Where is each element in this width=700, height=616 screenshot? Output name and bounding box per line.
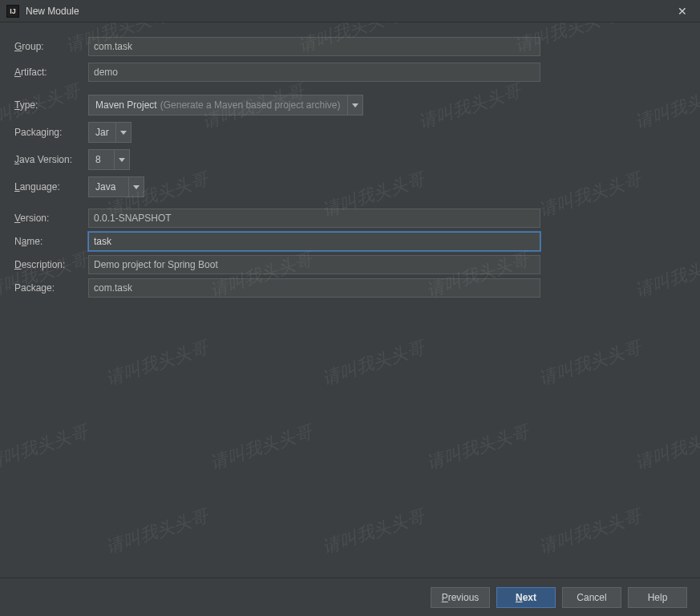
label-java-version: Java Version:	[14, 154, 85, 165]
label-version: Version:	[14, 213, 85, 224]
label-group: Group:	[14, 41, 85, 52]
dialog-footer: Previous Next Cancel Help	[0, 578, 700, 616]
cancel-button[interactable]: Cancel	[562, 587, 621, 608]
window-title: New Module	[26, 6, 670, 17]
label-packaging: Packaging:	[14, 127, 85, 138]
label-name: Name:	[14, 236, 85, 247]
chevron-down-icon[interactable]	[347, 95, 363, 116]
previous-button[interactable]: Previous	[431, 587, 490, 608]
chevron-down-icon[interactable]	[128, 176, 144, 197]
description-input[interactable]	[88, 255, 540, 274]
titlebar: IJ New Module ✕	[0, 0, 700, 22]
type-dropdown[interactable]: Maven Project (Generate a Maven based pr…	[88, 95, 363, 116]
version-input[interactable]	[88, 209, 540, 228]
java-version-dropdown-value: 8	[88, 149, 114, 170]
help-button[interactable]: Help	[628, 587, 687, 608]
language-dropdown[interactable]: Java	[88, 176, 144, 197]
label-package: Package:	[14, 282, 85, 294]
chevron-down-icon[interactable]	[114, 149, 130, 170]
chevron-down-icon[interactable]	[115, 122, 132, 143]
next-button[interactable]: Next	[496, 587, 556, 608]
package-input[interactable]	[88, 278, 540, 298]
dialog-content: Group: Artifact: Type: Maven Project (Ge…	[0, 22, 700, 578]
label-artifact: Artifact:	[14, 67, 85, 78]
packaging-dropdown[interactable]: Jar	[88, 122, 132, 143]
close-icon[interactable]: ✕	[670, 3, 695, 19]
language-dropdown-value: Java	[88, 176, 128, 197]
java-version-dropdown[interactable]: 8	[88, 149, 130, 170]
artifact-input[interactable]	[88, 63, 540, 82]
label-language: Language:	[14, 181, 85, 192]
app-icon: IJ	[6, 5, 19, 18]
type-dropdown-value: Maven Project (Generate a Maven based pr…	[88, 95, 347, 116]
group-input[interactable]	[88, 37, 540, 56]
packaging-dropdown-value: Jar	[88, 122, 115, 143]
label-type: Type:	[14, 99, 85, 111]
name-input[interactable]	[88, 232, 540, 251]
label-description: Description:	[14, 259, 85, 270]
